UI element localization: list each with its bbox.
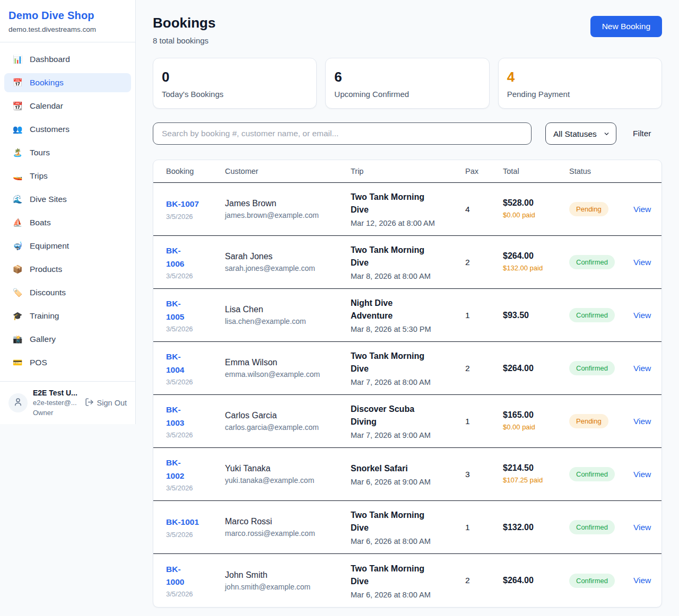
boats-icon: ⛵ [12,218,23,227]
view-link[interactable]: View [633,576,653,585]
customer-name: John Smith [225,570,351,580]
booking-id-link[interactable]: BK-1001 [166,516,225,529]
view-link[interactable]: View [633,258,653,267]
sidebar-item-products[interactable]: 📦Products [4,260,131,279]
customer-email: carlos.garcia@example.com [225,423,351,432]
view-link[interactable]: View [633,311,653,320]
trip-name: Two Tank Morning Dive [351,509,436,534]
stat-label: Pending Payment [507,90,653,99]
stat-value: 0 [162,69,308,85]
booking-date: 3/5/2026 [166,213,225,221]
sidebar-item-training[interactable]: 🎓Training [4,306,131,325]
sidebar-item-label: Gallery [30,335,56,344]
status-cell: Confirmed [569,255,633,269]
sidebar-item-bookings[interactable]: 📅Bookings [4,73,131,92]
pax-value: 1 [465,417,503,426]
view-link[interactable]: View [633,417,653,426]
products-icon: 📦 [12,265,23,274]
customer-email: john.smith@example.com [225,583,351,591]
training-icon: 🎓 [12,311,23,321]
sign-out-button[interactable]: Sign Out [85,398,127,408]
stats-row: 0Today's Bookings6Upcoming Confirmed4Pen… [153,58,662,109]
sidebar-item-pos[interactable]: 💳POS [4,353,131,372]
status-cell: Pending [569,202,633,216]
view-link[interactable]: View [633,470,653,479]
sidebar-item-gallery[interactable]: 📸Gallery [4,330,131,349]
tours-icon: 🏝️ [12,148,23,157]
view-link[interactable]: View [633,205,653,214]
equipment-icon: 🤿 [12,241,23,251]
customer-email: sarah.jones@example.com [225,264,351,272]
stat-card-2: 6Upcoming Confirmed [325,58,489,109]
trip-datetime: Mar 7, 2026 at 8:00 AM [351,378,465,386]
stat-label: Upcoming Confirmed [334,90,480,99]
sign-out-icon [85,398,94,408]
paid-amount: $0.00 paid [503,210,545,221]
customer-name: Carlos Garcia [225,411,351,420]
status-badge: Confirmed [569,308,615,322]
filter-button[interactable]: Filter [633,129,651,138]
dashboard-icon: 📊 [12,55,23,64]
paid-amount: $107.25 paid [503,476,545,486]
view-link[interactable]: View [633,364,653,373]
trip-cell: Two Tank Morning DiveMar 6, 2026 at 8:00… [351,562,465,599]
booking-id-link[interactable]: BK- 1004 [166,350,225,376]
sidebar-item-calendar[interactable]: 📆Calendar [4,96,131,116]
booking-id-link[interactable]: BK- 1005 [166,297,225,323]
sidebar-item-trips[interactable]: 🚤Trips [4,166,131,186]
status-badge: Pending [569,414,608,428]
bookings-table: BookingCustomerTripPaxTotalStatus BK-100… [153,160,662,608]
status-badge: Confirmed [569,361,615,375]
sidebar-item-tours[interactable]: 🏝️Tours [4,143,131,162]
sidebar-item-discounts[interactable]: 🏷️Discounts [4,283,131,302]
trip-name: Snorkel Safari [351,462,436,475]
customer-name: Lisa Chen [225,305,351,314]
status-cell: Confirmed [569,467,633,481]
booking-id-link[interactable]: BK- 1006 [166,244,225,270]
pos-icon: 💳 [12,358,23,367]
trip-name: Two Tank Morning Dive [351,244,436,269]
user-meta: E2E Test U... e2e-tester@... Owner [33,388,77,418]
booking-date: 3/5/2026 [166,431,225,439]
table-row: BK- 10023/5/2026Yuki Tanakayuki.tanaka@e… [153,448,661,501]
search-input[interactable] [153,122,532,145]
total-cell: $264.00 [503,576,569,585]
booking-cell: BK- 10003/5/2026 [166,563,225,598]
trip-cell: Night Dive AdventureMar 8, 2026 at 5:30 … [351,297,465,333]
table-body: BK-10073/5/2026James Brownjames.brown@ex… [153,183,661,607]
column-header-booking: Booking [166,167,225,175]
status-cell: Confirmed [569,574,633,588]
customer-cell: Emma Wilsonemma.wilson@example.com [225,358,351,379]
trip-datetime: Mar 6, 2026 at 8:00 AM [351,537,465,545]
stat-label: Today's Bookings [162,90,308,99]
booking-cell: BK- 10033/5/2026 [166,403,225,438]
sidebar-item-dive-sites[interactable]: 🌊Dive Sites [4,190,131,209]
table-row: BK- 10003/5/2026John Smithjohn.smith@exa… [153,554,661,607]
booking-id-link[interactable]: BK-1007 [166,198,225,210]
customer-cell: John Smithjohn.smith@example.com [225,570,351,591]
customer-name: Yuki Tanaka [225,464,351,473]
total-amount: $264.00 [503,251,569,261]
discounts-icon: 🏷️ [12,288,23,297]
sidebar-item-dashboard[interactable]: 📊Dashboard [4,50,131,69]
sidebar-item-equipment[interactable]: 🤿Equipment [4,236,131,256]
status-cell: Confirmed [569,520,633,534]
sidebar-item-customers[interactable]: 👥Customers [4,120,131,139]
status-badge: Confirmed [569,467,615,481]
table-row: BK- 10043/5/2026Emma Wilsonemma.wilson@e… [153,342,661,395]
total-cell: $264.00$132.00 paid [503,251,569,274]
stat-value: 4 [507,69,653,85]
view-link[interactable]: View [633,523,653,532]
status-select[interactable]: All Statuses [545,122,616,145]
booking-id-link[interactable]: BK- 1002 [166,456,225,482]
brand-title[interactable]: Demo Dive Shop [8,10,127,22]
table-row: BK-10073/5/2026James Brownjames.brown@ex… [153,183,661,236]
sidebar-item-boats[interactable]: ⛵Boats [4,213,131,232]
booking-id-link[interactable]: BK- 1003 [166,403,225,429]
new-booking-button[interactable]: New Booking [590,16,662,37]
sidebar-item-label: Training [30,311,59,321]
booking-id-link[interactable]: BK- 1000 [166,563,225,588]
status-cell: Confirmed [569,361,633,375]
column-header-pax: Pax [465,167,503,175]
trip-cell: Two Tank Morning DiveMar 12, 2026 at 8:0… [351,191,465,227]
